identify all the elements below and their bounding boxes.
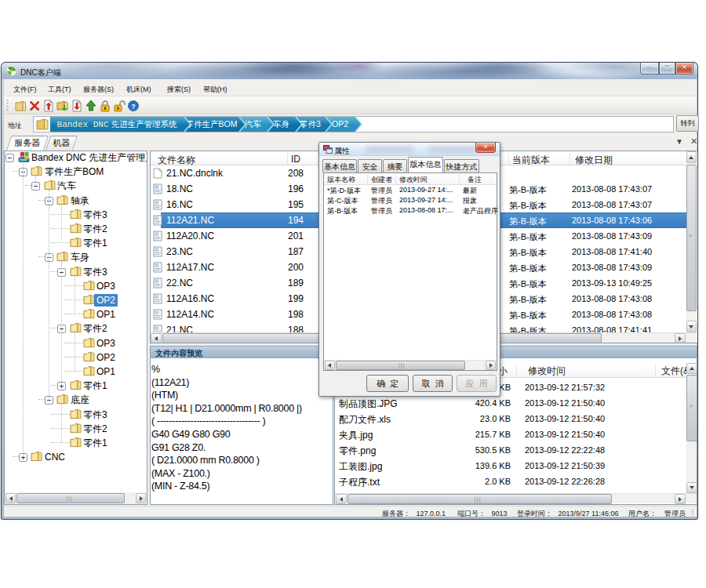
svg-text:?: ? — [131, 103, 136, 111]
